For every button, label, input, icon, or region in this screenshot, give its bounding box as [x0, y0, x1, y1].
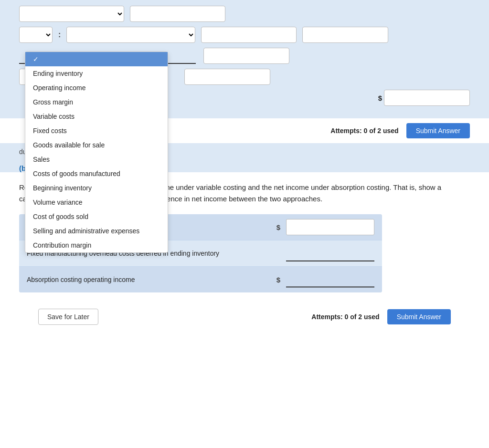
dropdown-item-contribution-margin[interactable]: Contribution margin — [25, 238, 168, 252]
dropdown-item-beginning-inventory[interactable]: Beginning inventory — [25, 181, 168, 195]
top-section: : $ ✓ — [0, 0, 489, 118]
page-wrapper: : $ ✓ — [0, 0, 489, 448]
dropdown-item-operating-income[interactable]: Operating income — [25, 81, 168, 95]
top-row1-input1[interactable] — [130, 6, 225, 22]
dollar-input-group: $ — [378, 90, 470, 106]
dropdown-item-gross-margin[interactable]: Gross margin — [25, 95, 168, 109]
variable-costing-dollar: $ — [276, 223, 280, 231]
top-row1-dropdown[interactable] — [19, 6, 124, 22]
top-row-2: : — [19, 27, 470, 43]
top-row2-input2[interactable] — [302, 27, 388, 43]
absorption-costing-dollar: $ — [276, 276, 280, 284]
top-row4-input1[interactable] — [184, 69, 270, 85]
dropdown-item-volume-variance[interactable]: Volume variance — [25, 195, 168, 209]
dropdown-item-fixed-costs[interactable]: Fixed costs — [25, 124, 168, 138]
dropdown-item-selected[interactable]: ✓ — [25, 52, 168, 66]
top-row5-dollar-input[interactable] — [384, 90, 470, 106]
top-row2-dropdown-large[interactable] — [66, 27, 195, 43]
bottom-row: Save for Later Attempts: 0 of 2 used Sub… — [19, 300, 470, 333]
colon-separator: : — [58, 31, 61, 39]
fixed-overhead-input[interactable] — [286, 245, 374, 261]
dropdown-item-selling-admin[interactable]: Selling and administrative expenses — [25, 224, 168, 238]
dropdown-item-sales[interactable]: Sales — [25, 152, 168, 167]
submit-button-bottom[interactable]: Submit Answer — [387, 309, 451, 324]
dollar-sign: $ — [378, 94, 382, 102]
absorption-costing-row: Absorption costing operating income $ — [19, 267, 382, 292]
dropdown-item-variable-costs[interactable]: Variable costs — [25, 109, 168, 124]
dropdown-item-ending-inventory[interactable]: Ending inventory — [25, 66, 168, 81]
submit-button-top[interactable]: Submit Answer — [406, 123, 470, 138]
dropdown-overlay: ✓ Ending inventory Operating income Gros… — [25, 52, 168, 253]
variable-costing-input[interactable] — [286, 219, 374, 235]
dropdown-item-goods-available[interactable]: Goods available for sale — [25, 138, 168, 152]
top-row3-input2[interactable] — [203, 48, 289, 64]
bottom-right-actions: Attempts: 0 of 2 used Submit Answer — [311, 309, 451, 324]
attempts-count-bottom: Attempts: 0 of 2 used — [311, 313, 379, 321]
dropdown-item-cost-goods-sold[interactable]: Cost of goods sold — [25, 209, 168, 224]
top-row2-input1[interactable] — [201, 27, 297, 43]
save-later-button[interactable]: Save for Later — [38, 309, 98, 325]
dropdown-item-costs-goods-manufactured[interactable]: Costs of goods manufactured — [25, 167, 168, 181]
checkmark-icon: ✓ — [33, 55, 39, 63]
top-row-1 — [19, 6, 470, 22]
attempts-count-top: Attempts: 0 of 2 used — [330, 127, 398, 135]
absorption-costing-label: Absorption costing operating income — [27, 276, 271, 283]
absorption-costing-input[interactable] — [286, 271, 374, 288]
top-row2-dropdown-small[interactable] — [19, 27, 53, 43]
